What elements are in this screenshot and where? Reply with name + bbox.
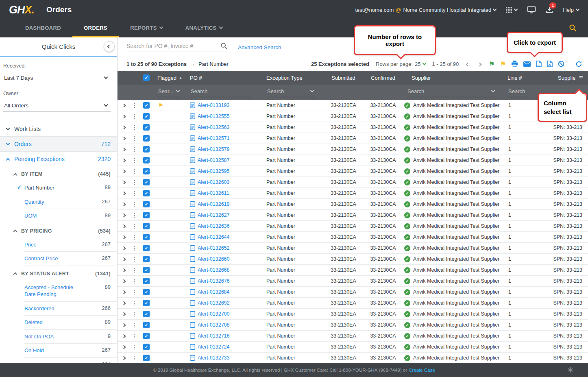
row-kebab-menu[interactable]: ⋮ [130, 177, 139, 187]
expand-row-button[interactable] [118, 232, 130, 242]
row-kebab-menu[interactable]: ⋮ [130, 276, 139, 286]
table-row[interactable]: ⋮ ✓ ⚑ Alert-0132660 Part Number 33-2130E… [118, 254, 588, 265]
table-row[interactable]: ⋮ ✓ ⚑ Alert-0132700 Part Number 33-2130E… [118, 309, 588, 320]
expand-row-button[interactable] [118, 221, 130, 231]
flag-yellow-button[interactable]: ⚑ [500, 60, 506, 68]
expand-row-button[interactable] [118, 320, 130, 330]
row-kebab-menu[interactable]: ⋮ [130, 111, 139, 122]
row-checkbox[interactable]: ✓ [143, 289, 150, 295]
table-row[interactable]: ⋮ ✓ ⚑ Alert-0132668 Part Number 33-2130E… [118, 265, 588, 276]
row-kebab-menu[interactable]: ⋮ [130, 342, 139, 352]
table-row[interactable]: ⋮ ✓ ⚑ Alert-0133193 Part Number 33-2130E… [118, 100, 588, 111]
sidebar-group-header[interactable]: BY PRICING (534) [0, 223, 117, 238]
alert-link[interactable]: Alert-0132644 [198, 234, 230, 240]
column-select-icon[interactable]: ≡ [579, 74, 583, 81]
alert-link[interactable]: Alert-0132627 [198, 212, 230, 218]
email-button[interactable] [523, 61, 531, 67]
table-row[interactable]: ⋮ ✓ ⚑ Alert-0132555 Part Number 33-2130E… [118, 111, 588, 122]
row-checkbox[interactable]: ✓ [143, 256, 150, 262]
row-checkbox[interactable]: ✓ [143, 124, 150, 131]
account-menu[interactable]: test@nome.com @ Nome Community Hospital … [355, 7, 496, 13]
row-checkbox[interactable]: ✓ [143, 168, 150, 174]
row-checkbox[interactable]: ✓ [143, 157, 150, 163]
sidebar-collapse-button[interactable] [104, 41, 115, 52]
table-row[interactable]: ⋮ ✓ ⚑ Alert-0132595 Part Number 33-2130E… [118, 166, 588, 177]
row-kebab-menu[interactable]: ⋮ [130, 100, 139, 111]
expand-row-button[interactable] [118, 144, 130, 155]
expand-row-button[interactable] [118, 287, 130, 297]
expand-row-button[interactable] [118, 254, 130, 264]
table-row[interactable]: ⋮ ✓ ⚑ Alert-0132563 Part Number 33-2130E… [118, 122, 588, 133]
expand-row-button[interactable] [118, 210, 130, 220]
flag-green-button[interactable]: ⚑ [489, 60, 494, 68]
row-kebab-menu[interactable]: ⋮ [130, 309, 139, 319]
sidebar-filter-item[interactable]: ✓ Part Number 89 [24, 181, 117, 195]
advanced-search-link[interactable]: Advanced Search [238, 44, 281, 50]
expand-row-button[interactable] [118, 331, 130, 341]
row-kebab-menu[interactable]: ⋮ [130, 210, 139, 220]
row-kebab-menu[interactable]: ⋮ [130, 353, 139, 363]
filter-item-link[interactable]: Not On POA [24, 333, 54, 340]
table-row[interactable]: ⋮ ✓ ⚑ Alert-0132587 Part Number 33-2130E… [118, 155, 588, 166]
po-filter-input[interactable]: Search [190, 87, 252, 97]
table-row[interactable]: ⋮ ✓ ⚑ Alert-0132733 Part Number 33-2130E… [118, 353, 588, 363]
expand-row-button[interactable] [118, 188, 130, 198]
row-checkbox[interactable]: ✓ [143, 311, 150, 317]
filter-item-link[interactable]: On Hold [24, 347, 44, 354]
filter-item-link[interactable]: Quantity [24, 198, 44, 206]
sidebar-filter-item[interactable]: ✓ Deleted 89 [24, 316, 117, 330]
column-header-supplier-part[interactable]: Supplie [558, 75, 575, 81]
row-kebab-menu[interactable]: ⋮ [130, 254, 139, 264]
alert-link[interactable]: Alert-0132700 [198, 311, 230, 317]
line-filter-input[interactable]: Search [507, 87, 529, 97]
row-checkbox[interactable]: ✓ [143, 179, 150, 185]
alert-link[interactable]: Alert-0132595 [198, 168, 230, 174]
global-search-button[interactable] [569, 24, 577, 33]
row-checkbox[interactable]: ✓ [143, 333, 150, 339]
alert-link[interactable]: Alert-0132692 [198, 300, 230, 306]
alert-link[interactable]: Alert-0132660 [198, 256, 230, 262]
sidebar-filter-item[interactable]: ✓ On Hold 267 [24, 344, 117, 358]
table-row[interactable]: ⋮ ✓ ⚑ Alert-0132652 Part Number 33-2130E… [118, 243, 588, 254]
row-kebab-menu[interactable]: ⋮ [130, 122, 139, 133]
row-kebab-menu[interactable]: ⋮ [130, 166, 139, 177]
sidebar-item-pending-exceptions[interactable]: Pending Exceptions 2320 [0, 152, 117, 166]
expand-row-button[interactable] [118, 309, 130, 319]
sidebar-filter-item[interactable]: ✓ Not On POA 9 [24, 330, 117, 344]
filter-item-link[interactable]: Deleted [24, 319, 43, 326]
sidebar-group-header[interactable]: BY ITEM (445) [0, 166, 117, 181]
alert-link[interactable]: Alert-0132708 [198, 322, 230, 328]
row-checkbox[interactable]: ✓ [143, 223, 150, 229]
filter-item-link[interactable]: Backordered [24, 305, 54, 312]
alert-link[interactable]: Alert-0132587 [198, 157, 230, 163]
row-kebab-menu[interactable]: ⋮ [130, 221, 139, 231]
print-button[interactable] [511, 61, 518, 67]
expand-row-button[interactable] [118, 199, 130, 209]
row-checkbox[interactable]: ✓ [143, 212, 150, 218]
row-checkbox[interactable]: ✓ [143, 201, 150, 207]
table-row[interactable]: ⋮ ✓ ⚑ Alert-0132619 Part Number 33-2130E… [118, 199, 588, 210]
alert-link[interactable]: Alert-0132619 [198, 201, 230, 207]
nav-reports[interactable]: REPORTS [119, 20, 174, 37]
row-checkbox[interactable]: ✓ [143, 135, 150, 142]
cancel-button[interactable] [558, 61, 564, 67]
alert-link[interactable]: Alert-0132684 [198, 289, 230, 295]
expand-row-button[interactable] [118, 155, 130, 166]
sidebar-group-header[interactable]: BY STATUS ALERT (1341) [0, 266, 117, 281]
refresh-button[interactable] [575, 61, 582, 68]
expand-row-button[interactable] [118, 265, 130, 275]
column-header-supplier[interactable]: Supplier [403, 71, 506, 85]
table-row[interactable]: ⋮ ✓ ⚑ Alert-0132724 Part Number 33-2130E… [118, 342, 588, 353]
expand-row-button[interactable] [118, 353, 130, 363]
alert-link[interactable]: Alert-0132611 [198, 190, 229, 196]
nav-analytics[interactable]: ANALYTICS [174, 20, 234, 37]
table-row[interactable]: ⋮ ✓ ⚑ Alert-0132684 Part Number 33-2130E… [118, 287, 588, 298]
sidebar-item-orders[interactable]: Orders 712 [0, 136, 117, 152]
alert-link[interactable]: Alert-0133193 [198, 102, 230, 108]
table-row[interactable]: ⋮ ✓ ⚑ Alert-0132708 Part Number 33-2130E… [118, 320, 588, 331]
expand-row-button[interactable] [118, 298, 130, 308]
row-checkbox[interactable]: ✓ [143, 245, 150, 251]
export-pdf-button[interactable] [536, 61, 542, 67]
column-header-line[interactable]: Line # [506, 71, 529, 85]
row-kebab-menu[interactable]: ⋮ [130, 144, 139, 155]
